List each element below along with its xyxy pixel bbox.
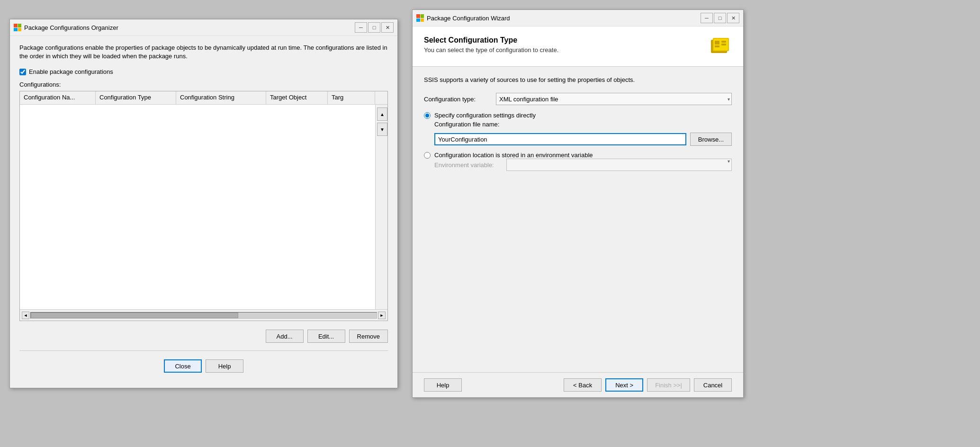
right-title-bar-left: Package Configuration Wizard bbox=[416, 14, 510, 22]
radio-direct-subform: Configuration file name: Browse... bbox=[434, 121, 732, 146]
config-type-select-wrapper: XML configuration file Environment varia… bbox=[496, 93, 732, 105]
configurations-table-container: Configuration Na... Configuration Type C… bbox=[19, 91, 388, 321]
enable-package-configurations-checkbox[interactable] bbox=[19, 69, 26, 75]
app-icon bbox=[14, 24, 21, 31]
left-minimize-button[interactable]: ─ bbox=[355, 22, 367, 33]
config-file-name-label: Configuration file name: bbox=[434, 121, 732, 128]
radio-env-label: Configuration location is stored in an e… bbox=[434, 152, 593, 159]
svg-rect-4 bbox=[721, 41, 726, 43]
right-title-bar: Package Configuration Wizard ─ □ ✕ bbox=[413, 10, 743, 27]
right-minimize-button[interactable]: ─ bbox=[701, 13, 713, 23]
wizard-body: SSIS supports a variety of sources to us… bbox=[413, 67, 743, 372]
config-type-row: Configuration type: XML configuration fi… bbox=[424, 93, 732, 105]
add-button[interactable]: Add... bbox=[266, 330, 304, 343]
scroll-right-arrow[interactable]: ► bbox=[378, 312, 386, 319]
col-header-object: Target Object bbox=[266, 91, 328, 104]
radio-env-row: Configuration location is stored in an e… bbox=[424, 152, 732, 159]
env-variable-label: Environment variable: bbox=[434, 161, 501, 169]
col-header-string: Configuration String bbox=[176, 91, 266, 104]
scroll-left-arrow[interactable]: ◄ bbox=[22, 312, 29, 319]
left-close-button[interactable]: ✕ bbox=[381, 22, 394, 33]
config-type-select[interactable]: XML configuration file Environment varia… bbox=[496, 93, 732, 105]
browse-button[interactable]: Browse... bbox=[690, 133, 732, 146]
scroll-up-button[interactable]: ▲ bbox=[377, 107, 387, 121]
radio-section: Specify configuration settings directly … bbox=[424, 112, 732, 171]
help-button-left[interactable]: Help bbox=[206, 359, 243, 373]
left-description: Package configurations enable the proper… bbox=[19, 44, 388, 61]
radio-direct-container: Specify configuration settings directly … bbox=[424, 112, 732, 146]
ssis-wizard-icon bbox=[709, 36, 732, 59]
left-title-bar-left: Package Configurations Organizer bbox=[14, 24, 118, 31]
table-body bbox=[20, 105, 387, 309]
radio-env-input[interactable] bbox=[424, 152, 431, 159]
table-scroll-buttons: ▲ ▼ bbox=[375, 105, 387, 309]
enable-package-configurations-label: Enable package configurations bbox=[29, 68, 113, 75]
next-button[interactable]: Next > bbox=[605, 378, 643, 392]
configurations-label: Configurations: bbox=[19, 81, 388, 88]
right-window-title: Package Configuration Wizard bbox=[427, 15, 510, 22]
left-window-controls: ─ □ ✕ bbox=[355, 22, 394, 33]
scroll-thumb bbox=[31, 313, 238, 318]
enable-checkbox-row: Enable package configurations bbox=[19, 68, 388, 75]
left-maximize-button[interactable]: □ bbox=[368, 22, 380, 33]
radio-direct-row: Specify configuration settings directly bbox=[424, 112, 732, 119]
left-window: Package Configurations Organizer ─ □ ✕ P… bbox=[9, 19, 398, 388]
right-maximize-button[interactable]: □ bbox=[714, 13, 726, 23]
col-header-name: Configuration Na... bbox=[20, 91, 96, 104]
radio-env-container: Configuration location is stored in an e… bbox=[424, 152, 732, 171]
table-wrapper: Configuration Na... Configuration Type C… bbox=[20, 91, 387, 309]
scroll-track bbox=[30, 312, 377, 319]
edit-button[interactable]: Edit... bbox=[307, 330, 345, 343]
left-window-title: Package Configurations Organizer bbox=[24, 24, 118, 31]
right-window-controls: ─ □ ✕ bbox=[701, 13, 739, 23]
bottom-divider bbox=[19, 350, 388, 351]
wizard-header-title: Select Configuration Type bbox=[424, 36, 558, 45]
close-button[interactable]: Close bbox=[164, 359, 202, 373]
wizard-header-subtitle: You can select the type of configuration… bbox=[424, 46, 558, 54]
env-var-row: Environment variable: ▾ bbox=[434, 159, 732, 171]
col-header-target: Targ bbox=[328, 91, 375, 104]
env-select-wrapper: ▾ bbox=[506, 159, 732, 171]
svg-rect-3 bbox=[715, 41, 719, 45]
right-app-icon bbox=[416, 14, 424, 22]
horizontal-scrollbar[interactable]: ◄ ► bbox=[20, 309, 387, 321]
config-type-label: Configuration type: bbox=[424, 96, 490, 103]
config-file-name-input[interactable] bbox=[434, 133, 686, 145]
wizard-header: Select Configuration Type You can select… bbox=[413, 27, 743, 67]
scroll-down-button[interactable]: ▼ bbox=[377, 123, 387, 136]
action-buttons: Add... Edit... Remove bbox=[19, 326, 388, 347]
col-header-type: Configuration Type bbox=[96, 91, 176, 104]
finish-button: Finish >>| bbox=[647, 378, 690, 392]
left-window-content: Package configurations enable the proper… bbox=[10, 36, 397, 388]
wizard-footer: Help < Back Next > Finish >>| Cancel bbox=[413, 372, 743, 397]
help-button-wizard[interactable]: Help bbox=[424, 378, 462, 392]
right-close-button[interactable]: ✕ bbox=[727, 13, 739, 23]
svg-rect-6 bbox=[715, 45, 719, 47]
right-window: Package Configuration Wizard ─ □ ✕ Selec… bbox=[412, 9, 744, 398]
cancel-button[interactable]: Cancel bbox=[694, 378, 732, 392]
radio-direct-label: Specify configuration settings directly bbox=[434, 112, 536, 119]
table-header: Configuration Na... Configuration Type C… bbox=[20, 91, 387, 105]
env-variable-select bbox=[506, 159, 732, 171]
remove-button[interactable]: Remove bbox=[349, 330, 388, 343]
svg-rect-5 bbox=[721, 44, 726, 45]
left-title-bar: Package Configurations Organizer ─ □ ✕ bbox=[10, 19, 397, 36]
back-button[interactable]: < Back bbox=[564, 378, 602, 392]
wizard-description: SSIS supports a variety of sources to us… bbox=[424, 76, 732, 83]
wizard-header-text: Select Configuration Type You can select… bbox=[424, 36, 558, 54]
bottom-buttons: Close Help bbox=[19, 355, 388, 380]
radio-direct-input[interactable] bbox=[424, 112, 431, 119]
file-input-row: Browse... bbox=[434, 133, 732, 146]
